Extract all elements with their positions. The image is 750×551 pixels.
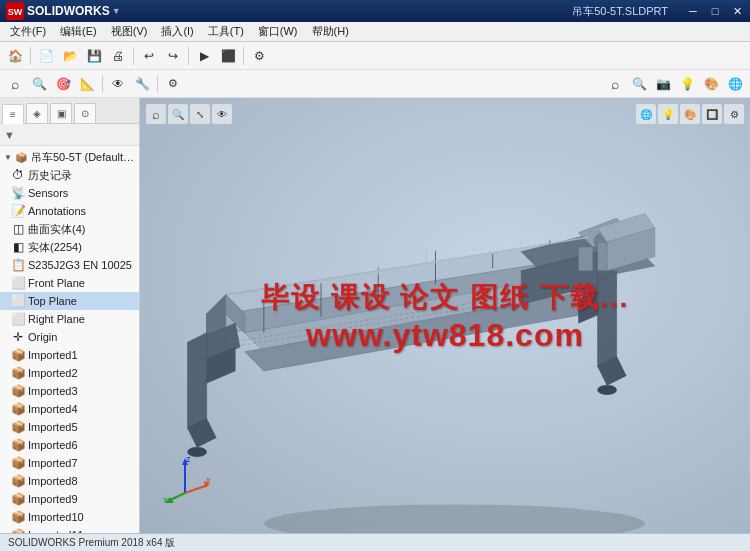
tree-item-history[interactable]: ⏱ 历史记录 <box>0 166 139 184</box>
maximize-button[interactable]: □ <box>708 4 722 18</box>
menu-view[interactable]: 视图(V) <box>105 22 154 41</box>
tb-display-button[interactable]: 👁 <box>107 73 129 95</box>
tb-mate-button[interactable]: ⚙ <box>162 73 184 95</box>
vp-bg-button[interactable]: 🔲 <box>702 104 722 124</box>
vp-expand-button[interactable]: ⤡ <box>190 104 210 124</box>
tree-item-history-label: 历史记录 <box>28 168 72 183</box>
menu-help[interactable]: 帮助(H) <box>306 22 355 41</box>
menu-tools[interactable]: 工具(T) <box>202 22 250 41</box>
tb-redo-button[interactable]: ↪ <box>162 45 184 67</box>
imported5-icon: 📦 <box>10 419 26 435</box>
feature-tree-panel: ≡ ◈ ▣ ⊙ ▼ ▼ 📦 吊车50-5T (Default<<De ⏱ 历史记… <box>0 98 140 533</box>
vp-appearance-button[interactable]: 🎨 <box>680 104 700 124</box>
tb-rebuild-button[interactable]: ▶ <box>193 45 215 67</box>
tb-view-orient-button[interactable]: 🎯 <box>52 73 74 95</box>
panel-tab-config[interactable]: ▣ <box>50 103 72 123</box>
tree-item-top-plane[interactable]: ⬜ Top Plane <box>0 292 139 310</box>
title-chevron[interactable]: ▼ <box>112 6 121 16</box>
tree-item-imported1[interactable]: 📦 Imported1 <box>0 346 139 364</box>
tb-home-button[interactable]: 🏠 <box>4 45 26 67</box>
tb-options-button[interactable]: ⚙ <box>248 45 270 67</box>
tree-item-sensors[interactable]: 📡 Sensors <box>0 184 139 202</box>
vp-settings-button[interactable]: ⚙ <box>724 104 744 124</box>
tb-vp-camera-button[interactable]: 📷 <box>652 73 674 95</box>
menu-edit[interactable]: 编辑(E) <box>54 22 103 41</box>
3d-viewport[interactable]: ⌕ 🔍 ⤡ 👁 🌐 💡 🎨 🔲 ⚙ <box>140 98 750 533</box>
tree-item-imported2-label: Imported2 <box>28 367 78 379</box>
imported8-icon: 📦 <box>10 473 26 489</box>
tree-item-annotations-label: Annotations <box>28 205 86 217</box>
vp-scene-button[interactable]: 💡 <box>658 104 678 124</box>
tree-item-imported8[interactable]: 📦 Imported8 <box>0 472 139 490</box>
close-button[interactable]: ✕ <box>730 4 744 18</box>
menu-window[interactable]: 窗口(W) <box>252 22 304 41</box>
status-bar: SOLIDWORKS Premium 2018 x64 版 <box>0 533 750 551</box>
menu-insert[interactable]: 插入(I) <box>155 22 199 41</box>
tb-vp-scene-button[interactable]: 🌐 <box>724 73 746 95</box>
tree-item-annotations[interactable]: 📝 Annotations <box>0 202 139 220</box>
tree-item-imported7[interactable]: 📦 Imported7 <box>0 454 139 472</box>
expand-arrow-icon: ▼ <box>4 153 12 162</box>
tree-root-item[interactable]: ▼ 📦 吊车50-5T (Default<<De <box>0 148 139 166</box>
tree-item-material[interactable]: 📋 S235J2G3 EN 10025 <box>0 256 139 274</box>
tree-item-imported4-label: Imported4 <box>28 403 78 415</box>
tree-item-origin[interactable]: ✛ Origin <box>0 328 139 346</box>
panel-tabs: ≡ ◈ ▣ ⊙ <box>0 98 139 124</box>
title-bar: SW SOLIDWORKS ▼ 吊车50-5T.SLDPRT ─ □ ✕ <box>0 0 750 22</box>
sensors-icon: 📡 <box>10 185 26 201</box>
feature-tree-area[interactable]: ▼ 📦 吊车50-5T (Default<<De ⏱ 历史记录 📡 Sensor… <box>0 146 139 533</box>
tree-item-imported10[interactable]: 📦 Imported10 <box>0 508 139 526</box>
tree-item-imported3-label: Imported3 <box>28 385 78 397</box>
tb-vp-light-button[interactable]: 💡 <box>676 73 698 95</box>
viewport-toolbar: ⌕ 🔍 ⤡ 👁 🌐 💡 🎨 🔲 ⚙ <box>146 104 744 124</box>
vp-display-style-button[interactable]: 🌐 <box>636 104 656 124</box>
vp-view-button[interactable]: 👁 <box>212 104 232 124</box>
imported4-icon: 📦 <box>10 401 26 417</box>
vp-zoom-fit-button[interactable]: ⌕ <box>146 104 166 124</box>
panel-tab-property[interactable]: ◈ <box>26 103 48 123</box>
tree-item-imported6-label: Imported6 <box>28 439 78 451</box>
tree-item-surface-bodies[interactable]: ◫ 曲面实体(4) <box>0 220 139 238</box>
tb-vp-search-button[interactable]: ⌕ <box>604 73 626 95</box>
tb-vp-render-button[interactable]: 🎨 <box>700 73 722 95</box>
tree-item-imported2[interactable]: 📦 Imported2 <box>0 364 139 382</box>
main-area: ≡ ◈ ▣ ⊙ ▼ ▼ 📦 吊车50-5T (Default<<De ⏱ 历史记… <box>0 98 750 533</box>
tb-hide-button[interactable]: 🔧 <box>131 73 153 95</box>
svg-text:SW: SW <box>8 7 23 17</box>
toolbar-separator-3 <box>188 47 189 65</box>
tree-item-solid-bodies[interactable]: ◧ 实体(2254) <box>0 238 139 256</box>
panel-tab-dim[interactable]: ⊙ <box>74 103 96 123</box>
tb-save-button[interactable]: 💾 <box>83 45 105 67</box>
tree-item-imported5[interactable]: 📦 Imported5 <box>0 418 139 436</box>
tree-item-imported4[interactable]: 📦 Imported4 <box>0 400 139 418</box>
menu-bar: 文件(F) 编辑(E) 视图(V) 插入(I) 工具(T) 窗口(W) 帮助(H… <box>0 22 750 42</box>
vp-zoom-button[interactable]: 🔍 <box>168 104 188 124</box>
tb-open-button[interactable]: 📂 <box>59 45 81 67</box>
tree-item-imported11[interactable]: 📦 Imported11 <box>0 526 139 533</box>
panel-tab-feature-tree[interactable]: ≡ <box>2 104 24 124</box>
tb-zoom-area-button[interactable]: 🔍 <box>28 73 50 95</box>
svg-point-46 <box>598 385 617 395</box>
svg-text:X: X <box>206 477 210 484</box>
tree-item-imported9[interactable]: 📦 Imported9 <box>0 490 139 508</box>
minimize-button[interactable]: ─ <box>686 4 700 18</box>
tree-item-sensors-label: Sensors <box>28 187 68 199</box>
tree-item-right-plane[interactable]: ⬜ Right Plane <box>0 310 139 328</box>
tree-item-imported3[interactable]: 📦 Imported3 <box>0 382 139 400</box>
tree-item-imported6[interactable]: 📦 Imported6 <box>0 436 139 454</box>
imported2-icon: 📦 <box>10 365 26 381</box>
tb-print-button[interactable]: 🖨 <box>107 45 129 67</box>
tb-vp-zoom-button[interactable]: 🔍 <box>628 73 650 95</box>
tree-item-front-plane[interactable]: ⬜ Front Plane <box>0 274 139 292</box>
tb-zoom-fit-button[interactable]: ⌕ <box>4 73 26 95</box>
tree-item-imported9-label: Imported9 <box>28 493 78 505</box>
menu-file[interactable]: 文件(F) <box>4 22 52 41</box>
tree-item-material-label: S235J2G3 EN 10025 <box>28 259 132 271</box>
material-icon: 📋 <box>10 257 26 273</box>
tb-new-button[interactable]: 📄 <box>35 45 57 67</box>
tb-section-view-button[interactable]: 📐 <box>76 73 98 95</box>
tb-stop-button[interactable]: ⬛ <box>217 45 239 67</box>
tree-item-imported1-label: Imported1 <box>28 349 78 361</box>
axes-svg: Z X Y <box>160 453 210 503</box>
tb-undo-button[interactable]: ↩ <box>138 45 160 67</box>
